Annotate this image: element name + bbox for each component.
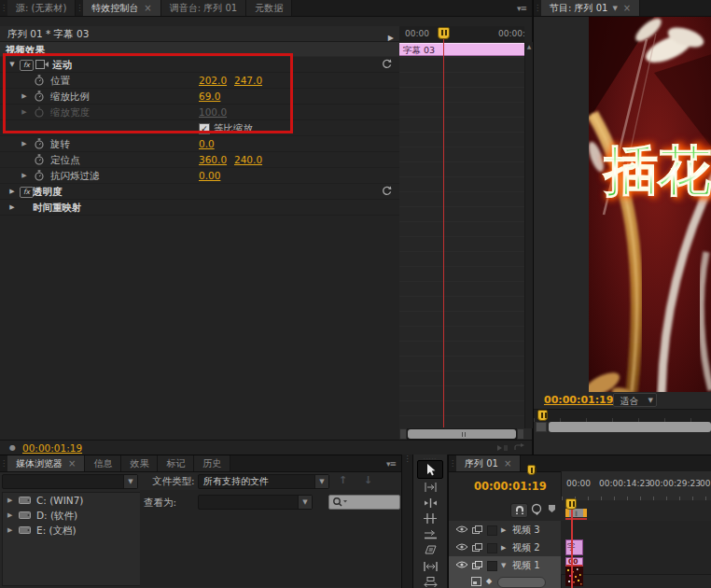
tab-audio-mixer[interactable]: 调音台: 序列 01 xyxy=(161,0,246,16)
expand-icon[interactable]: ▶ xyxy=(20,168,29,183)
playhead-line[interactable] xyxy=(443,27,444,427)
expand-icon[interactable]: ▶ xyxy=(501,544,506,552)
panel-grip-icon[interactable]: ⋮ xyxy=(449,455,456,471)
uniform-scale-checkbox[interactable]: ✓ xyxy=(199,123,210,134)
clip-subtitle[interactable]: 字幕 xyxy=(565,539,583,555)
eye-icon[interactable] xyxy=(456,543,467,551)
snap-toggle[interactable] xyxy=(510,503,528,518)
marker-flag-icon[interactable] xyxy=(548,504,556,514)
horizontal-scrollbar[interactable] xyxy=(399,428,524,440)
track-header[interactable]: ▼ 视频 1 xyxy=(449,556,562,574)
current-timecode[interactable]: 00:00:01:19 xyxy=(22,441,82,455)
ripple-edit-tool[interactable] xyxy=(417,495,443,511)
anchor-x-value[interactable]: 360.0 xyxy=(199,152,227,167)
tab-source[interactable]: 源: (无素材) xyxy=(7,0,76,16)
mini-timeline-clip[interactable]: 字幕 03 xyxy=(399,43,524,56)
tab-media-browser[interactable]: 媒体浏览器 × xyxy=(7,455,85,471)
track-content[interactable] xyxy=(561,521,711,539)
panel-grip-icon[interactable]: ⋮ xyxy=(534,0,541,16)
effect-row-opacity[interactable]: ▶ fx 透明度 xyxy=(0,184,399,200)
track-header[interactable]: ▶ 视频 2 xyxy=(449,539,562,556)
lock-toggle-box[interactable] xyxy=(487,525,497,536)
expand-icon[interactable]: ▶ xyxy=(7,523,12,538)
antiflicker-value[interactable]: 0.00 xyxy=(199,168,220,183)
file-list-area[interactable]: 查看为: ▼ xyxy=(140,490,400,587)
reset-effect-icon[interactable] xyxy=(382,59,392,69)
rate-stretch-tool[interactable] xyxy=(417,526,443,542)
close-icon[interactable]: × xyxy=(68,458,76,469)
tree-item-drive-d[interactable]: ▶ D: (软件) xyxy=(3,508,140,523)
timeline-ruler[interactable]: 00:00 00:00:14:23 00:00:29:23 00:0 xyxy=(561,471,711,500)
stopwatch-icon[interactable] xyxy=(34,91,45,102)
panel-grip-icon[interactable]: ⋮ xyxy=(0,455,7,471)
scroll-right-cap[interactable] xyxy=(517,428,524,440)
effect-row-position[interactable]: 位置 202.0 247.0 xyxy=(0,73,399,89)
lock-toggle-box[interactable] xyxy=(487,561,497,571)
reset-effect-icon[interactable] xyxy=(382,186,392,196)
program-mini-ruler[interactable] xyxy=(534,409,711,422)
close-icon[interactable]: × xyxy=(623,3,631,13)
close-icon[interactable]: × xyxy=(504,458,511,469)
tab-program[interactable]: 节目: 序列 01 ▼ × xyxy=(541,0,640,16)
tab-effects[interactable]: 效果 xyxy=(121,455,158,471)
keyframe-controls[interactable]: ◆ xyxy=(449,574,562,588)
set-display-style-icon[interactable] xyxy=(471,577,481,586)
collapse-icon[interactable]: ▼ xyxy=(7,57,17,72)
expand-icon[interactable]: ▶ xyxy=(7,200,17,215)
mini-timeline-ruler[interactable]: 00:00 00:00: xyxy=(399,26,524,43)
scroll-handle[interactable] xyxy=(408,429,516,439)
effect-row-anchor-point[interactable]: 定位点 360.0 240.0 xyxy=(0,152,399,168)
scale-value[interactable]: 69.0 xyxy=(199,89,220,104)
track-header[interactable]: ▶ 视频 3 xyxy=(449,521,562,539)
program-playhead-icon[interactable] xyxy=(537,410,548,421)
slip-tool[interactable] xyxy=(417,558,443,574)
playhead-marker-icon[interactable] xyxy=(438,27,450,39)
effect-row-rotation[interactable]: ▶ 旋转 0.0 xyxy=(0,136,399,152)
effect-row-antiflicker[interactable]: ▶ 抗闪烁过滤 0.00 xyxy=(0,168,399,184)
fx-badge-icon[interactable]: fx xyxy=(20,60,34,71)
fx-badge-icon[interactable]: fx xyxy=(20,187,34,198)
program-video-frame[interactable]: 插花 插花 插花 xyxy=(589,17,711,392)
file-type-dropdown[interactable]: 所有支持的文件 ▼ xyxy=(198,474,329,489)
track-content[interactable]: 00 xyxy=(561,556,711,574)
effect-row-scale[interactable]: ▶ 缩放比例 69.0 xyxy=(0,89,399,105)
sequence-marker-icon[interactable] xyxy=(531,503,543,515)
eye-icon[interactable] xyxy=(456,561,467,568)
expand-icon[interactable]: ▶ xyxy=(7,493,12,508)
collapse-icon[interactable]: ▼ xyxy=(501,562,506,569)
panel-menu-icon[interactable]: ▾≡ xyxy=(381,459,401,469)
slide-tool[interactable] xyxy=(417,574,443,588)
expand-icon[interactable]: ▶ xyxy=(7,508,12,523)
panel-grip-icon[interactable]: ⋮ xyxy=(0,0,7,16)
tree-item-drive-c[interactable]: ▶ C: (WIN7) xyxy=(3,493,140,508)
tab-effect-controls[interactable]: 特效控制台 × xyxy=(83,0,160,16)
chevron-down-icon[interactable]: ▼ xyxy=(298,496,312,509)
keyframe-nav-pill[interactable] xyxy=(497,577,546,588)
razor-tool[interactable] xyxy=(417,542,443,558)
search-input[interactable] xyxy=(328,495,400,510)
stopwatch-icon[interactable] xyxy=(34,170,45,181)
program-timecode[interactable]: 00:00:01:19 xyxy=(544,394,613,406)
scroll-left-cap[interactable] xyxy=(399,428,407,440)
expand-icon[interactable]: ▶ xyxy=(20,136,29,151)
sync-lock-icon[interactable] xyxy=(472,561,482,569)
stopwatch-icon[interactable] xyxy=(34,75,45,86)
scroll-bar[interactable] xyxy=(549,422,711,432)
panel-menu-icon[interactable]: ▾≡ xyxy=(511,4,532,13)
tab-history[interactable]: 历史 xyxy=(194,455,230,471)
timeline-timecode[interactable]: 00:00:01:19 xyxy=(474,480,547,493)
track-select-tool[interactable] xyxy=(417,479,443,495)
tab-markers[interactable]: 标记 xyxy=(158,455,194,471)
scroll-handle-box[interactable] xyxy=(536,422,547,432)
rotation-value[interactable]: 0.0 xyxy=(199,136,215,151)
timeline-playhead-icon[interactable] xyxy=(565,498,577,510)
program-scrollbar[interactable] xyxy=(536,422,711,432)
position-x-value[interactable]: 202.0 xyxy=(199,73,227,88)
expand-icon[interactable]: ▶ xyxy=(7,184,17,199)
selection-tool[interactable] xyxy=(417,460,443,479)
eye-icon[interactable] xyxy=(456,525,467,533)
vertical-scrollbar[interactable]: ▲ xyxy=(524,42,533,428)
zoom-level-select[interactable]: 适合 ▼ xyxy=(613,393,657,407)
effect-row-motion[interactable]: ▼ fx 运动 xyxy=(0,57,399,73)
chevron-down-icon[interactable]: ▼ xyxy=(612,5,617,12)
